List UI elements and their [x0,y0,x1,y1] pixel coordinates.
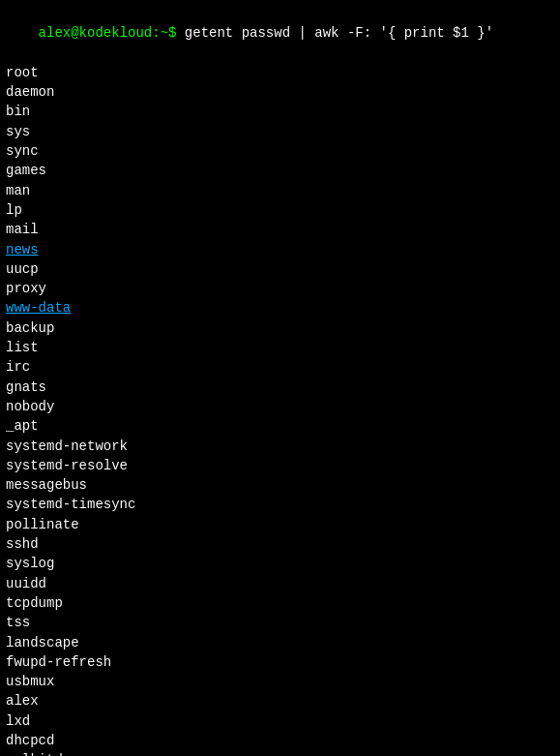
output-text: _apt [6,418,39,434]
output-line: messagebus [6,475,554,495]
output-line: news [6,240,554,259]
output-text: uucp [6,261,39,277]
output-line: fwupd-refresh [6,652,554,672]
output-text: dhcpcd [6,733,54,748]
output-text: systemd-resolve [6,458,128,473]
output-line: list [6,338,554,357]
output-text: tss [6,615,30,630]
output-text: bin [6,104,30,119]
prompt-path: ~ [161,25,168,41]
output-text: systemd-timesync [6,497,135,512]
prompt-user: alex@kodekloud [39,25,153,41]
output-line: sys [6,122,554,141]
output-text: usbmux [6,674,54,689]
output-text: man [6,183,30,198]
prompt-dollar: $ [168,25,185,41]
news-text: news [6,242,39,257]
output-line: games [6,161,554,180]
output-line: _apt [6,416,554,436]
output-text: fwupd-refresh [6,654,111,670]
output-line: backup [6,318,554,338]
terminal-window: alex@kodekloud:~$ getent passwd | awk -F… [0,0,560,756]
output-line: tcpdump [6,593,554,613]
output-line: sync [6,141,554,161]
output-text: root [6,65,39,80]
output-text: pollinate [6,517,79,532]
output-line: tss [6,613,554,632]
output-line: systemd-resolve [6,456,554,475]
output-line: polkitd [6,750,554,756]
output-line: irc [6,357,554,377]
command-text: getent passwd | awk -F: '{ print $1 }' [185,25,493,41]
output-text: mail [6,222,39,237]
output-container: rootdaemonbinsyssyncgamesmanlpmailnewsuu… [6,63,554,756]
output-text: games [6,163,46,178]
output-text: tcpdump [6,595,63,611]
output-text: landscape [6,635,79,650]
output-line: mail [6,220,554,239]
output-line: www-data [6,298,554,318]
output-text: nobody [6,399,54,414]
output-line: root [6,63,554,82]
output-text: syslog [6,556,54,571]
output-text: daemon [6,84,54,100]
output-text: irc [6,359,30,375]
prompt-colon: : [152,25,160,41]
output-line: systemd-timesync [6,495,554,514]
output-text: alex [6,693,39,709]
output-line: proxy [6,279,554,298]
output-text: proxy [6,281,46,296]
output-line: gnats [6,378,554,397]
output-line: landscape [6,633,554,652]
output-text: polkitd [6,752,63,756]
output-text: lxd [6,713,30,729]
output-text: gnats [6,379,46,395]
output-line: uuidd [6,574,554,593]
output-text: lp [6,202,22,218]
output-text: backup [6,320,54,336]
command-line: alex@kodekloud:~$ getent passwd | awk -F… [6,4,554,63]
output-line: dhcpcd [6,731,554,750]
output-line: bin [6,102,554,121]
output-line: alex [6,691,554,711]
output-text: messagebus [6,477,87,493]
output-line: usbmux [6,672,554,691]
output-line: man [6,181,554,200]
output-line: sshd [6,534,554,554]
output-text: sshd [6,536,39,552]
www-data-text: www-data [6,300,71,316]
output-line: pollinate [6,515,554,534]
output-text: uuidd [6,576,46,591]
output-line: lxd [6,711,554,731]
output-line: uucp [6,259,554,279]
output-line: daemon [6,82,554,102]
output-text: systemd-network [6,438,128,454]
output-line: nobody [6,397,554,416]
output-line: syslog [6,554,554,573]
output-line: systemd-network [6,437,554,456]
output-text: sys [6,124,30,139]
output-text: list [6,340,39,355]
output-line: lp [6,200,554,220]
output-text: sync [6,143,39,159]
